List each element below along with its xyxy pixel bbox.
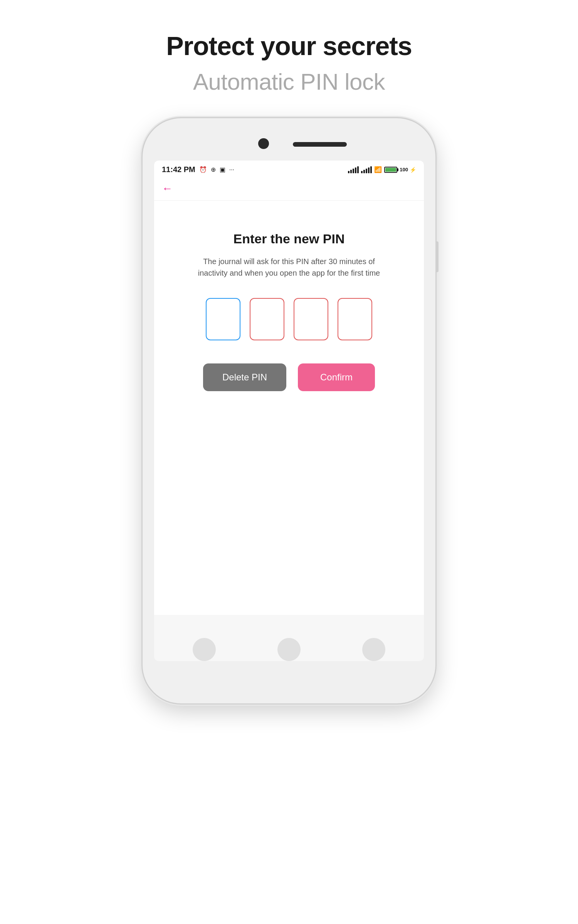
- pin-input-group: [206, 298, 372, 340]
- page-title: Protect your secrets: [166, 31, 412, 61]
- phone-shell: 11:42 PM ⏰ ⊕ ▣ ···: [143, 118, 435, 703]
- confirm-pin-button[interactable]: Confirm: [298, 363, 375, 391]
- phone-mockup: 11:42 PM ⏰ ⊕ ▣ ···: [143, 118, 435, 703]
- alarm-icon: ⏰: [199, 166, 207, 173]
- pin-screen-content: Enter the new PIN The journal will ask f…: [154, 201, 424, 615]
- delete-pin-button[interactable]: Delete PIN: [203, 363, 286, 391]
- message-icon: ⊕: [211, 166, 216, 173]
- status-bar: 11:42 PM ⏰ ⊕ ▣ ···: [154, 161, 424, 177]
- phone-side-button: [435, 241, 439, 272]
- phone-speaker: [293, 142, 347, 147]
- more-icon: ···: [229, 166, 234, 173]
- pin-box-1[interactable]: [206, 298, 240, 340]
- pin-box-3[interactable]: [294, 298, 328, 340]
- phone-screen: 11:42 PM ⏰ ⊕ ▣ ···: [154, 161, 424, 661]
- pin-screen-title: Enter the new PIN: [233, 231, 344, 246]
- nav-bar: ←: [154, 177, 424, 201]
- battery-percent: 100: [400, 167, 408, 172]
- signal-bars-2: [361, 166, 372, 173]
- pin-box-2[interactable]: [250, 298, 284, 340]
- signal-bars-1: [348, 166, 359, 173]
- status-left: 11:42 PM ⏰ ⊕ ▣ ···: [162, 165, 234, 174]
- bottom-dot-2: [277, 638, 301, 661]
- status-right: 📶 100 ⚡: [348, 166, 416, 173]
- pin-action-buttons: Delete PIN Confirm: [203, 363, 375, 391]
- bottom-dot-3: [362, 638, 385, 661]
- bottom-area: [154, 638, 424, 661]
- back-button[interactable]: ←: [162, 182, 173, 195]
- bottom-dot-1: [193, 638, 216, 661]
- phone-camera: [258, 138, 269, 149]
- screen-icon: ▣: [220, 166, 225, 173]
- pin-screen-description: The journal will ask for this PIN after …: [193, 256, 385, 279]
- status-time: 11:42 PM: [162, 165, 195, 174]
- pin-box-4[interactable]: [338, 298, 372, 340]
- page-subtitle: Automatic PIN lock: [193, 69, 385, 95]
- battery-indicator: 100 ⚡: [384, 167, 416, 173]
- bolt-icon: ⚡: [410, 167, 416, 173]
- wifi-icon: 📶: [374, 166, 382, 173]
